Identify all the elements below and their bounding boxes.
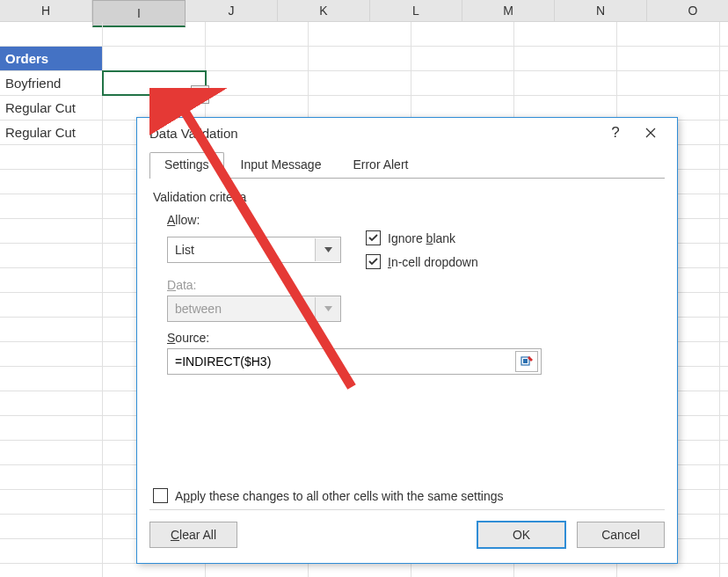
cell[interactable] (617, 47, 720, 70)
cell[interactable] (720, 244, 728, 267)
cell[interactable] (514, 22, 617, 46)
cell[interactable] (0, 293, 103, 317)
cell[interactable] (720, 145, 728, 169)
cell[interactable] (617, 564, 720, 577)
cell[interactable] (514, 564, 617, 577)
ok-button[interactable]: OK (477, 521, 566, 549)
cell[interactable] (720, 367, 728, 391)
cell[interactable] (206, 22, 309, 46)
cell[interactable] (309, 22, 411, 46)
cancel-button[interactable]: Cancel (577, 522, 665, 548)
cell[interactable] (720, 342, 728, 366)
cell[interactable] (0, 367, 103, 391)
clear-all-button[interactable]: Clear All (149, 522, 237, 548)
cell[interactable]: Regular Cut (0, 121, 103, 144)
cell[interactable] (720, 539, 728, 563)
cell[interactable] (411, 71, 514, 95)
col-header-N[interactable]: N (555, 0, 647, 21)
ignore-blank-checkbox[interactable]: Ignore blank (366, 230, 478, 245)
cell[interactable] (720, 268, 728, 292)
close-button[interactable] (633, 120, 668, 146)
cell[interactable] (0, 416, 103, 440)
cell[interactable] (720, 71, 728, 95)
cell[interactable] (720, 564, 728, 577)
cell[interactable] (617, 96, 720, 120)
cell[interactable] (411, 22, 514, 46)
cell[interactable] (0, 145, 103, 169)
cell[interactable] (206, 71, 309, 95)
cell[interactable] (720, 121, 728, 144)
allow-label: Allow: (167, 213, 665, 227)
cell[interactable] (617, 71, 720, 95)
cell[interactable] (0, 219, 103, 243)
cell[interactable] (0, 515, 103, 538)
cell[interactable] (720, 293, 728, 317)
ignore-blank-label: Ignore blank (388, 231, 455, 245)
cell[interactable]: Boyfriend (0, 71, 103, 95)
tab-settings[interactable]: Settings (149, 152, 224, 179)
allow-dropdown[interactable]: List (167, 237, 341, 263)
cell[interactable] (309, 71, 411, 95)
cell[interactable] (309, 47, 411, 70)
apply-all-checkbox[interactable]: Apply these changes to all other cells w… (153, 488, 504, 503)
cell[interactable] (206, 96, 309, 120)
cell[interactable] (0, 318, 103, 341)
cell[interactable] (720, 441, 728, 464)
cell[interactable] (0, 465, 103, 489)
cell[interactable] (617, 22, 720, 46)
col-header-O[interactable]: O (647, 0, 728, 21)
cell[interactable] (720, 194, 728, 218)
tab-input-message[interactable]: Input Message (226, 152, 337, 179)
cell[interactable] (0, 564, 103, 577)
cell-dropdown-button[interactable] (191, 85, 209, 104)
cell[interactable] (720, 515, 728, 538)
checkbox-checked-icon (366, 230, 381, 245)
cell[interactable] (309, 96, 411, 120)
cell[interactable] (206, 47, 309, 70)
range-picker-button[interactable] (515, 351, 538, 372)
cell[interactable] (0, 22, 103, 46)
col-header-J[interactable]: J (186, 0, 278, 21)
cell[interactable] (0, 342, 103, 366)
cell[interactable] (103, 47, 206, 70)
cell[interactable] (206, 564, 309, 577)
cell[interactable] (411, 47, 514, 70)
cell[interactable] (720, 490, 728, 514)
cell[interactable] (0, 441, 103, 464)
source-input[interactable] (168, 354, 515, 369)
cell[interactable] (514, 71, 617, 95)
cell[interactable] (720, 318, 728, 341)
col-header-L[interactable]: L (370, 0, 462, 21)
tab-error-alert[interactable]: Error Alert (338, 152, 423, 179)
cell[interactable] (103, 22, 206, 46)
cell[interactable] (309, 564, 411, 577)
cell[interactable] (0, 539, 103, 563)
cell[interactable] (720, 22, 728, 46)
cell[interactable] (103, 564, 206, 577)
cell[interactable] (720, 219, 728, 243)
cell[interactable] (411, 96, 514, 120)
cell[interactable] (0, 244, 103, 267)
cell[interactable]: Regular Cut (0, 96, 103, 120)
col-header-K[interactable]: K (278, 0, 370, 21)
cell[interactable] (720, 47, 728, 70)
col-header-M[interactable]: M (462, 0, 555, 21)
cell[interactable] (514, 47, 617, 70)
cell[interactable] (720, 465, 728, 489)
cell[interactable] (0, 268, 103, 292)
cell[interactable] (720, 416, 728, 440)
cell[interactable] (0, 194, 103, 218)
cell[interactable] (411, 564, 514, 577)
dialog-titlebar[interactable]: Data Validation ? (137, 118, 677, 148)
col-header-H[interactable]: H (0, 0, 92, 21)
incell-dropdown-checkbox[interactable]: In-cell dropdown (366, 254, 478, 269)
cell[interactable] (0, 490, 103, 514)
cell[interactable] (720, 170, 728, 194)
cell[interactable] (720, 96, 728, 120)
cell[interactable] (0, 391, 103, 415)
cell-orders-header[interactable]: Orders (0, 47, 103, 70)
help-button[interactable]: ? (598, 124, 633, 142)
cell[interactable] (720, 391, 728, 415)
cell[interactable] (0, 170, 103, 194)
cell[interactable] (514, 96, 617, 120)
